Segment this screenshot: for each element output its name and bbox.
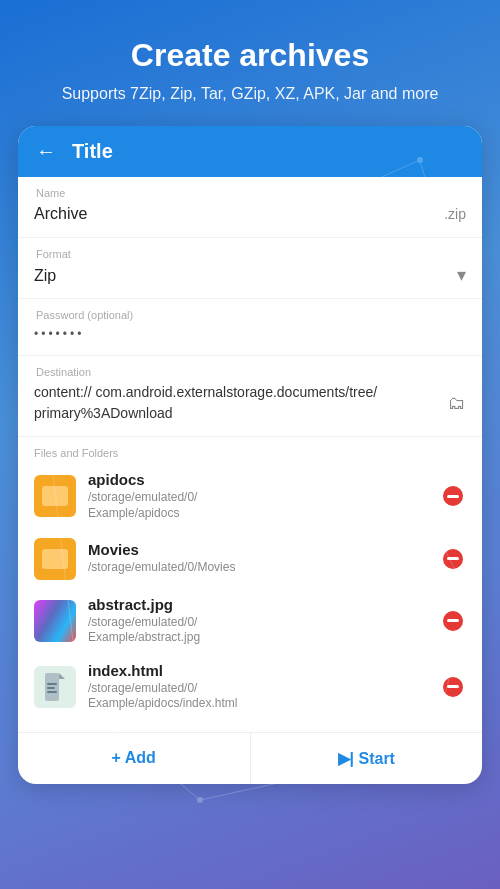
remove-btn-movies[interactable] [440,546,466,572]
header-section: Create archives Supports 7Zip, Zip, Tar,… [0,0,500,126]
format-select[interactable]: Zip 7Zip Tar GZip XZ [34,265,457,286]
card-body: Name .zip Format Zip 7Zip Tar GZip XZ ▾ [18,177,482,784]
password-field-group: Password (optional) ••••••• [18,299,482,356]
destination-label: Destination [34,366,466,378]
topbar-title: Title [72,140,113,163]
file-item-index: index.html /storage/emulated/0/Example/a… [26,654,474,720]
file-info-apidocs: apidocs /storage/emulated/0/Example/apid… [88,471,428,521]
destination-field-group: Destination content:// com.android.exter… [18,356,482,437]
file-info-index: index.html /storage/emulated/0/Example/a… [88,662,428,712]
password-label: Password (optional) [34,309,466,321]
file-item-abstract: abstract.jpg /storage/emulated/0/Example… [26,588,474,654]
start-button[interactable]: ▶| Start [251,733,483,784]
remove-btn-index[interactable] [440,674,466,700]
svg-point-9 [197,797,203,803]
svg-rect-22 [47,683,57,685]
file-name-movies: Movies [88,541,428,558]
file-path-apidocs: /storage/emulated/0/Example/apidocs [88,490,428,521]
password-dots: ••••••• [34,325,466,343]
back-button[interactable]: ← [36,140,56,163]
file-name-index: index.html [88,662,428,679]
name-input[interactable] [34,203,438,225]
folder-icon-movies [34,538,76,580]
name-field-group: Name .zip [18,177,482,238]
file-path-movies: /storage/emulated/0/Movies [88,560,428,576]
header-subtitle: Supports 7Zip, Zip, Tar, GZip, XZ, APK, … [30,82,470,106]
name-label: Name [34,187,466,199]
destination-value: content:// com.android.externalstorage.d… [34,382,448,424]
add-button[interactable]: + Add [18,733,251,784]
thumb-abstract [34,600,76,642]
main-card: ← Title Name .zip Format Zip 7Zip Tar GZ… [18,126,482,784]
file-item-apidocs: apidocs /storage/emulated/0/Example/apid… [26,463,474,529]
file-path-abstract: /storage/emulated/0/Example/abstract.jpg [88,615,428,646]
dropdown-arrow-icon: ▾ [457,264,466,286]
header-title: Create archives [30,36,470,74]
svg-rect-23 [47,687,55,689]
format-field-group: Format Zip 7Zip Tar GZip XZ ▾ [18,238,482,299]
files-section-label: Files and Folders [18,437,482,463]
folder-icon-apidocs [34,475,76,517]
svg-rect-24 [47,691,57,693]
file-item-movies: Movies /storage/emulated/0/Movies [26,530,474,588]
folder-icon: 🗂 [448,393,466,414]
name-suffix: .zip [438,206,466,222]
file-info-movies: Movies /storage/emulated/0/Movies [88,541,428,576]
file-path-index: /storage/emulated/0/Example/apidocs/inde… [88,681,428,712]
format-label: Format [34,248,466,260]
remove-btn-apidocs[interactable] [440,483,466,509]
file-name-abstract: abstract.jpg [88,596,428,613]
card-topbar: ← Title [18,126,482,177]
card-footer: + Add ▶| Start [18,732,482,784]
file-icon-html [34,666,76,708]
svg-marker-21 [59,673,65,679]
file-info-abstract: abstract.jpg /storage/emulated/0/Example… [88,596,428,646]
file-name-apidocs: apidocs [88,471,428,488]
files-list: apidocs /storage/emulated/0/Example/apid… [18,463,482,728]
remove-btn-abstract[interactable] [440,608,466,634]
